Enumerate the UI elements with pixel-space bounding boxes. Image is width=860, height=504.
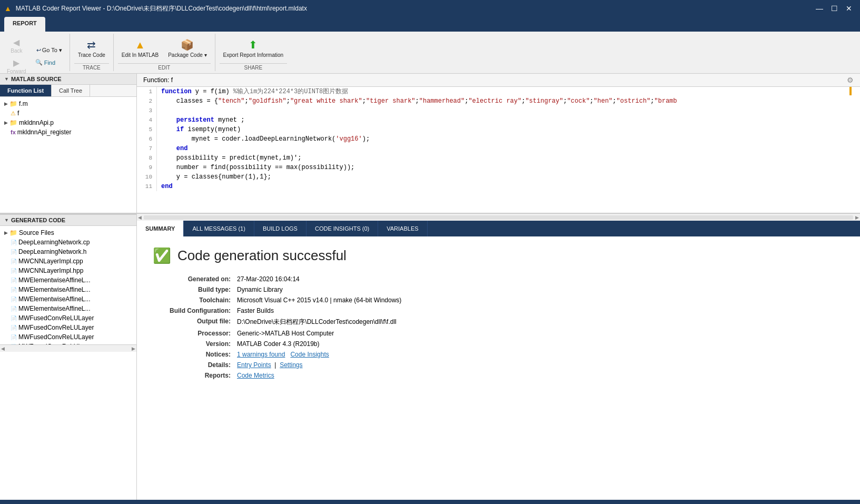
code-area[interactable]: 1 function y = f(im) %输入im为224*224*3的UIN… — [137, 87, 860, 213]
back-label: Back — [11, 48, 22, 54]
line-num-2: 2 — [137, 96, 157, 106]
scroll-right-icon[interactable]: ▶ — [132, 346, 135, 351]
scroll-right-code-icon[interactable]: ▶ — [854, 215, 860, 220]
summary-value-details: Entry Points | Settings — [237, 360, 408, 370]
close-button[interactable]: ✕ — [842, 2, 856, 15]
toolbar-navigate-section: ◀ Back ▶ Forward ↩ Go To ▾ 🔍 Find NA — [0, 34, 70, 71]
back-button[interactable]: ◀ Back — [8, 36, 25, 55]
tree-label-f: f — [17, 110, 19, 117]
line-content-6: mynet = coder.loadDeepLearningNetwork('v… — [157, 134, 860, 144]
export-icon: ⬆ — [249, 38, 258, 51]
summary-value-version: MATLAB Coder 4.3 (R2019b) — [237, 339, 408, 349]
tree-item-gen-file-5[interactable]: 📄 MWElementwiseAffineL... — [0, 285, 136, 294]
window-title: MATLAB Coder Report Viewer - D:\OneDrive… — [16, 4, 808, 13]
gen-file-label-2: MWCNNLayerImpl.cpp — [18, 258, 83, 265]
gen-file-icon-2: 📄 — [11, 259, 17, 264]
summary-value-notices: 1 warnings found Code Insights — [237, 349, 408, 360]
summary-row-reports: Reports: Code Metrics — [153, 370, 408, 381]
code-row-1: 1 function y = f(im) %输入im为224*224*3的UIN… — [137, 87, 860, 96]
line-content-1: function y = f(im) %输入im为224*224*3的UINT8… — [157, 87, 860, 96]
summary-value-output-file: D:\OneDrive\未归档程序\DLLCoderTest\codegen\d… — [237, 316, 408, 328]
tree-item-mkldnnapi-register[interactable]: fx mkldnnApi_register — [0, 127, 136, 137]
line-num-4: 4 — [137, 115, 157, 125]
summary-panel: ✅ Code generation successful Generated o… — [137, 236, 860, 500]
tree-label-fm: f.m — [19, 100, 28, 107]
gen-file-icon-3: 📄 — [11, 268, 17, 274]
tree-item-gen-file-7[interactable]: 📄 MWElementwiseAffineL... — [0, 304, 136, 313]
tab-function-list[interactable]: Function List — [0, 85, 52, 96]
tree-item-gen-file-10[interactable]: 📄 MWFusedConvReLULayer — [0, 332, 136, 342]
settings-link[interactable]: Settings — [280, 361, 302, 369]
title-bar: ▲ MATLAB Coder Report Viewer - D:\OneDri… — [0, 0, 860, 17]
gen-file-icon-1: 📄 — [11, 249, 17, 255]
source-files-folder-icon: 📁 — [9, 229, 17, 236]
entry-points-link[interactable]: Entry Points — [237, 361, 271, 369]
code-insights-link[interactable]: Code Insights — [290, 351, 329, 358]
forward-arrow-icon: ▶ — [13, 58, 19, 68]
summary-label-details: Details: — [153, 360, 237, 370]
settings-icon[interactable]: ⚙ — [847, 76, 854, 84]
tab-code-insights[interactable]: CODE INSIGHTS (0) — [307, 221, 378, 236]
tab-all-messages[interactable]: ALL MESSAGES (1) — [184, 221, 254, 236]
summary-row-version: Version: MATLAB Coder 4.3 (R2019b) — [153, 339, 408, 349]
summary-label-notices: Notices: — [153, 349, 237, 360]
summary-row-notices: Notices: 1 warnings found Code Insights — [153, 349, 408, 360]
goto-button[interactable]: ↩ Go To ▾ — [33, 45, 65, 56]
edit-in-matlab-label: Edit In MATLAB — [122, 52, 159, 58]
scroll-left-code-icon[interactable]: ◀ — [137, 215, 143, 220]
tree-item-gen-file-6[interactable]: 📄 MWElementwiseAffineL... — [0, 294, 136, 304]
tree-item-gen-file-0[interactable]: 📄 DeepLearningNetwork.cp — [0, 238, 136, 247]
summary-value-reports: Code Metrics — [237, 370, 408, 381]
code-metrics-link[interactable]: Code Metrics — [237, 372, 274, 379]
summary-label-processor: Processor: — [153, 328, 237, 339]
scroll-thumb-code[interactable] — [144, 215, 853, 220]
scroll-left-icon[interactable]: ◀ — [1, 346, 5, 351]
success-icon: ✅ — [153, 247, 171, 264]
maximize-button[interactable]: ☐ — [827, 2, 841, 15]
matlab-icon: ▲ — [135, 39, 145, 51]
folder-icon: 📁 — [9, 100, 17, 107]
tab-variables[interactable]: VARIABLES — [378, 221, 427, 236]
minimize-button[interactable]: — — [813, 2, 826, 15]
summary-label-reports: Reports: — [153, 370, 237, 381]
tab-build-logs[interactable]: BUILD LOGS — [254, 221, 307, 236]
code-row-5: 5 if isempty(mynet) — [137, 125, 860, 134]
code-horizontal-scrollbar[interactable]: ◀ ▶ — [137, 213, 860, 221]
tree-label-mkldnnapi: mkldnnApi.p — [19, 119, 54, 126]
summary-value-generated-on: 27-Mar-2020 16:04:14 — [237, 274, 408, 284]
package-code-button[interactable]: 📦 Package Code ▾ — [164, 36, 210, 61]
tree-item-gen-file-9[interactable]: 📄 MWFusedConvReLULayer — [0, 323, 136, 332]
tab-summary[interactable]: SUMMARY — [137, 221, 184, 236]
warnings-found-link[interactable]: 1 warnings found — [237, 351, 285, 358]
find-button[interactable]: 🔍 Find — [33, 58, 65, 67]
forward-button[interactable]: ▶ Forward — [4, 56, 29, 76]
tree-item-fm[interactable]: ▶ 📁 f.m — [0, 99, 136, 108]
ribbon-tabs: REPORT — [0, 17, 860, 32]
tree-item-gen-file-2[interactable]: 📄 MWCNNLayerImpl.cpp — [0, 256, 136, 266]
trace-buttons: ⇄ Trace Code — [74, 34, 109, 63]
code-row-8: 8 possibility = predict(mynet,im)'; — [137, 153, 860, 163]
line-num-10: 10 — [137, 172, 157, 182]
tree-item-source-files[interactable]: ▶ 📁 Source Files — [0, 228, 136, 238]
right-panel: Function: f ⚙ 1 function y = f(im) %输入im… — [137, 74, 860, 500]
summary-label-toolchain: Toolchain: — [153, 295, 237, 305]
left-scroll-bottom: ◀ ▶ — [0, 344, 136, 352]
tab-report[interactable]: REPORT — [4, 17, 45, 32]
find-label: Find — [44, 60, 55, 66]
tree-item-gen-file-1[interactable]: 📄 DeepLearningNetwork.h — [0, 247, 136, 256]
tree-item-gen-file-3[interactable]: 📄 MWCNNLayerImpl.hpp — [0, 266, 136, 275]
tree-item-f[interactable]: ⚠ f — [0, 108, 136, 118]
edit-in-matlab-button[interactable]: ▲ Edit In MATLAB — [118, 36, 162, 61]
matlab-source-header[interactable]: ▼ MATLAB SOURCE — [0, 74, 136, 85]
trace-code-button[interactable]: ⇄ Trace Code — [74, 36, 109, 61]
tab-call-tree[interactable]: Call Tree — [52, 85, 90, 96]
export-report-button[interactable]: ⬆ Export Report Information — [220, 36, 288, 61]
tree-item-gen-file-4[interactable]: 📄 MWElementwiseAffineL... — [0, 275, 136, 285]
gen-file-label-7: MWElementwiseAffineL... — [18, 305, 91, 312]
tree-item-gen-file-8[interactable]: 📄 MWFusedConvReLULayer — [0, 313, 136, 323]
summary-label-version: Version: — [153, 339, 237, 349]
package-code-label: Package Code ▾ — [168, 52, 206, 58]
tree-item-mkldnnapi[interactable]: ▶ 📁 mkldnnApi.p — [0, 118, 136, 127]
gen-file-label-1: DeepLearningNetwork.h — [18, 248, 86, 255]
generated-code-header[interactable]: ▼ GENERATED CODE — [0, 215, 136, 226]
